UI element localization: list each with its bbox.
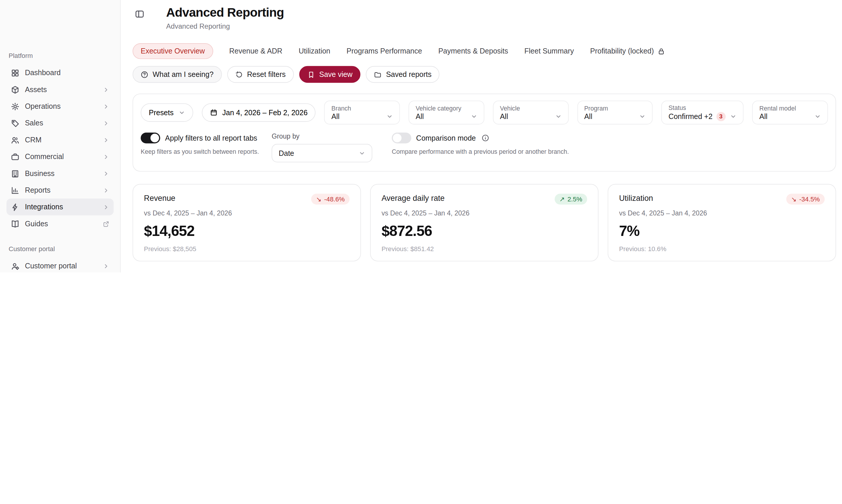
users-icon (11, 136, 20, 144)
what-am-i-seeing-button[interactable]: What am I seeing? (132, 66, 221, 83)
sidebar-item-crm[interactable]: CRM (6, 131, 113, 148)
kpi-comparison-period: vs Dec 4, 2025 – Jan 4, 2026 (619, 209, 824, 217)
chevron-down-icon (555, 113, 561, 120)
bookmark-icon (307, 71, 315, 78)
apply-filters-caption: Keep filters as you switch between repor… (141, 148, 272, 155)
chevron-right-icon (103, 204, 109, 210)
sidebar-item-sales[interactable]: Sales (6, 114, 113, 131)
filter-panel: Presets Jan 4, 2026 – Feb 2, 2026 Branch… (132, 93, 836, 172)
page-title: Advanced Reporting (166, 5, 284, 20)
sidebar: Platform Dashboard Assets Operations Sal… (0, 0, 121, 272)
filter-label: Status (668, 104, 736, 110)
chevron-right-icon (103, 86, 109, 93)
button-label: What am I seeing? (153, 70, 213, 79)
chevron-down-icon (359, 150, 365, 157)
comparison-label: Comparison mode (416, 134, 476, 142)
folder-icon (374, 71, 382, 78)
chevron-down-icon (471, 113, 477, 120)
main-content: Advanced Reporting Advanced Reporting Ex… (121, 0, 842, 272)
button-label: Reset filters (247, 70, 286, 79)
button-label: Saved reports (386, 70, 431, 79)
comparison-toggle[interactable] (392, 132, 411, 143)
sidebar-item-dashboard[interactable]: Dashboard (6, 64, 113, 81)
chevron-right-icon (103, 137, 109, 143)
button-label: Save view (319, 70, 353, 79)
filter-status[interactable]: Status Confirmed +2 3 (661, 101, 744, 124)
kpi-delta: -34.5% (799, 195, 820, 203)
dashboard-grid-icon (11, 68, 20, 77)
filter-vehicle-category[interactable]: Vehicle category All (409, 101, 484, 124)
kpi-card-average-daily-rate: Average daily rate ↗2.5% vs Dec 4, 2025 … (370, 184, 598, 262)
building-icon (11, 169, 20, 178)
sidebar-item-label: Dashboard (25, 69, 109, 77)
saved-reports-button[interactable]: Saved reports (366, 66, 440, 83)
sidebar-item-assets[interactable]: Assets (6, 81, 113, 98)
filter-label: Program (584, 105, 646, 111)
chevron-down-icon (639, 113, 646, 120)
trend-down-icon: ↘ (316, 195, 322, 203)
presets-dropdown[interactable]: Presets (141, 104, 193, 122)
filter-value: All (416, 112, 424, 121)
filter-program[interactable]: Program All (577, 101, 653, 124)
box-icon (11, 85, 20, 94)
group-by-value: Date (279, 149, 294, 157)
tab-executive-overview[interactable]: Executive Overview (132, 43, 213, 59)
user-gear-icon (11, 262, 20, 270)
tab-profitability-locked[interactable]: Profitability (locked) (590, 47, 665, 55)
sidebar-item-label: Sales (25, 119, 97, 127)
reset-filters-button[interactable]: Reset filters (227, 66, 294, 83)
sidebar-item-business[interactable]: Business (6, 165, 113, 182)
filter-value: All (584, 112, 592, 121)
group-by-select[interactable]: Date (272, 144, 372, 162)
filter-row-primary: Presets Jan 4, 2026 – Feb 2, 2026 Branch… (141, 101, 828, 124)
sidebar-item-reports[interactable]: Reports (6, 182, 113, 198)
group-by-group: Group by Date (272, 132, 383, 162)
status-count-badge: 3 (716, 112, 725, 121)
sidebar-item-integrations[interactable]: Integrations (6, 198, 113, 215)
sidebar-toggle-button[interactable] (132, 7, 146, 21)
apply-filters-group: Apply filters to all report tabs Keep fi… (141, 132, 272, 155)
trend-up-icon: ↗ (559, 195, 565, 203)
kpi-card-utilization: Utilization ↘-34.5% vs Dec 4, 2025 – Jan… (608, 184, 836, 262)
tab-utilization[interactable]: Utilization (299, 47, 330, 55)
filter-vehicle[interactable]: Vehicle All (493, 101, 569, 124)
toggle-knob (150, 133, 159, 142)
sidebar-item-label: Commercial (25, 152, 97, 161)
date-range-value: Jan 4, 2026 – Feb 2, 2026 (222, 108, 308, 116)
sidebar-item-commercial[interactable]: Commercial (6, 148, 113, 165)
filter-branch[interactable]: Branch All (324, 101, 400, 124)
chevron-right-icon (103, 154, 109, 160)
save-view-button[interactable]: Save view (299, 66, 360, 83)
kpi-title: Revenue (144, 194, 175, 203)
sidebar-item-label: Integrations (25, 203, 97, 211)
sidebar-item-operations[interactable]: Operations (6, 98, 113, 114)
tab-fleet-summary[interactable]: Fleet Summary (524, 47, 574, 55)
apply-filters-toggle[interactable] (141, 132, 160, 143)
tab-programs-performance[interactable]: Programs Performance (346, 47, 422, 55)
toggle-knob (393, 133, 402, 142)
filter-label: Vehicle (500, 105, 561, 111)
external-link-icon (103, 220, 109, 227)
chevron-right-icon (103, 103, 109, 110)
chevron-down-icon (387, 113, 393, 120)
apply-filters-label: Apply filters to all report tabs (165, 134, 257, 142)
filter-label: Rental model (759, 105, 821, 111)
info-circle-icon[interactable] (482, 134, 489, 142)
kpi-delta-badge: ↗2.5% (554, 194, 587, 205)
sidebar-item-guides[interactable]: Guides (6, 215, 113, 232)
kpi-value: 7% (619, 223, 824, 240)
calendar-icon (210, 109, 217, 116)
filter-value: All (332, 112, 340, 121)
tab-payments-deposits[interactable]: Payments & Deposits (438, 47, 508, 55)
comparison-caption: Compare performance with a previous peri… (392, 148, 828, 155)
kpi-value: $872.56 (381, 223, 587, 240)
sidebar-item-customer-portal[interactable]: Customer portal (6, 257, 113, 272)
chevron-right-icon (103, 187, 109, 193)
date-range-picker[interactable]: Jan 4, 2026 – Feb 2, 2026 (202, 104, 316, 122)
sidebar-section-platform: Platform (6, 52, 113, 65)
kpi-comparison-period: vs Dec 4, 2025 – Jan 4, 2026 (144, 209, 350, 217)
tab-revenue-adr[interactable]: Revenue & ADR (229, 47, 282, 55)
filter-rental-model[interactable]: Rental model All (752, 101, 828, 124)
title-block: Advanced Reporting Advanced Reporting (166, 5, 284, 31)
chevron-right-icon (103, 120, 109, 126)
